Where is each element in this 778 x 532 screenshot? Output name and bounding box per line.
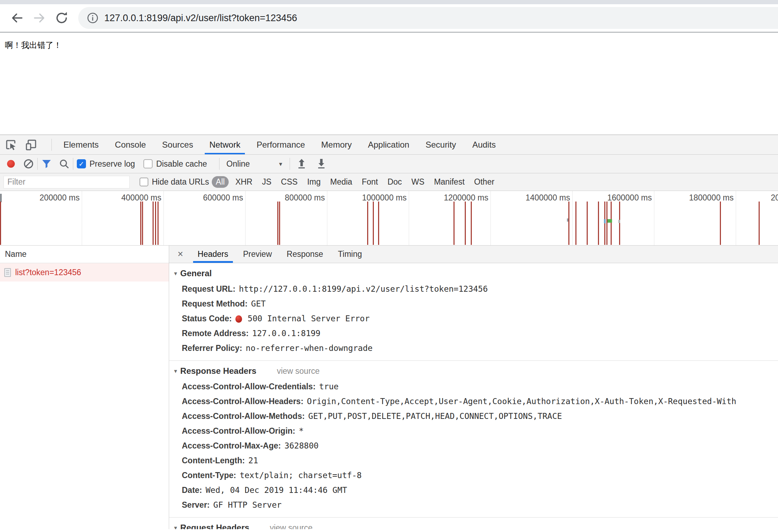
details-tab-timing[interactable]: Timing bbox=[331, 246, 369, 263]
document-icon bbox=[4, 268, 11, 277]
network-filter-bar: Hide data URLs AllXHRJSCSSImgMediaFontDo… bbox=[0, 173, 778, 191]
requests-panel: Name list?token=123456 bbox=[0, 246, 169, 529]
header-row: Access-Control-Max-Age:3628800 bbox=[174, 438, 778, 453]
preserve-log-checkbox[interactable]: ✓ bbox=[77, 159, 86, 168]
header-value: http://127.0.0.1:8199/api.v2/user/list?t… bbox=[239, 284, 488, 293]
close-icon[interactable]: × bbox=[169, 246, 190, 263]
back-arrow-icon bbox=[10, 11, 24, 25]
disable-cache-checkbox[interactable] bbox=[143, 159, 153, 168]
request-activity-bar bbox=[158, 202, 159, 245]
filter-type-js[interactable]: JS bbox=[259, 176, 274, 188]
import-har-icon[interactable] bbox=[296, 158, 307, 170]
record-button[interactable] bbox=[7, 160, 15, 168]
request-activity-bar bbox=[568, 202, 569, 245]
filter-type-media[interactable]: Media bbox=[328, 176, 355, 188]
forward-button[interactable] bbox=[28, 7, 51, 29]
tab-security[interactable]: Security bbox=[418, 135, 464, 154]
filter-type-manifest[interactable]: Manifest bbox=[432, 176, 467, 188]
tab-console[interactable]: Console bbox=[107, 135, 154, 154]
filter-type-font[interactable]: Font bbox=[359, 176, 381, 188]
timeline-gridline bbox=[654, 191, 654, 245]
view-source-link[interactable]: view source bbox=[270, 523, 313, 530]
header-row: Content-Length:21 bbox=[174, 453, 778, 468]
timeline-gridline bbox=[82, 191, 82, 245]
section-header[interactable]: ▾Request Headersview source bbox=[174, 520, 778, 529]
filter-type-all[interactable]: All bbox=[212, 176, 229, 188]
timeline-gridline bbox=[490, 191, 491, 245]
request-activity-bar bbox=[279, 202, 280, 245]
tab-sources[interactable]: Sources bbox=[154, 135, 201, 154]
header-key: Remote Address: bbox=[182, 329, 249, 338]
clear-icon[interactable] bbox=[23, 159, 34, 169]
timeline-gridline bbox=[245, 191, 246, 245]
tab-network[interactable]: Network bbox=[201, 135, 248, 154]
tab-elements[interactable]: Elements bbox=[55, 135, 107, 154]
throttling-dropdown[interactable]: Online ▼ bbox=[227, 159, 283, 169]
timeline-gridline bbox=[736, 191, 736, 245]
filter-type-ws[interactable]: WS bbox=[409, 176, 427, 188]
name-column-header[interactable]: Name bbox=[0, 246, 169, 263]
hide-data-urls-checkbox[interactable] bbox=[140, 178, 148, 186]
device-toolbar-icon[interactable] bbox=[25, 138, 37, 151]
filter-type-doc[interactable]: Doc bbox=[385, 176, 405, 188]
details-tab-response[interactable]: Response bbox=[279, 246, 331, 263]
header-value: true bbox=[319, 382, 339, 391]
devtools-panel: ElementsConsoleSourcesNetworkPerformance… bbox=[0, 135, 778, 529]
network-lower-split: Name list?token=123456 × HeadersPreviewR… bbox=[0, 246, 778, 529]
filter-type-other[interactable]: Other bbox=[472, 176, 497, 188]
address-bar[interactable]: 127.0.0.1:8199/api.v2/user/list?token=12… bbox=[78, 7, 778, 29]
timeline-gridline bbox=[409, 191, 409, 245]
header-row: Request URL:http://127.0.0.1:8199/api.v2… bbox=[174, 282, 778, 296]
network-toolbar: ✓ Preserve log Disable cache Online ▼ bbox=[0, 155, 778, 173]
header-value: GET,PUT,POST,DELETE,PATCH,HEAD,CONNECT,O… bbox=[308, 412, 562, 421]
divider bbox=[290, 158, 290, 170]
request-activity-bar bbox=[759, 202, 760, 245]
section-header[interactable]: ▾Response Headersview source bbox=[174, 363, 778, 379]
request-activity-bar bbox=[606, 202, 607, 245]
tab-performance[interactable]: Performance bbox=[248, 135, 313, 154]
info-icon[interactable] bbox=[87, 12, 99, 24]
page-body-text: 啊！我出错了！ bbox=[5, 40, 778, 51]
timeline-gridline bbox=[572, 191, 573, 245]
network-overview-timeline[interactable]: 200000 ms400000 ms600000 ms800000 ms1000… bbox=[0, 191, 778, 246]
header-value: 3628800 bbox=[284, 441, 319, 450]
reload-button[interactable] bbox=[51, 7, 73, 29]
filter-type-xhr[interactable]: XHR bbox=[233, 176, 255, 188]
search-icon[interactable] bbox=[59, 159, 69, 169]
back-button[interactable] bbox=[6, 7, 28, 29]
timeline-tick-label: 1600000 ms bbox=[600, 193, 652, 203]
request-type-filters: AllXHRJSCSSImgMediaFontDocWSManifestOthe… bbox=[209, 176, 501, 188]
filter-icon[interactable] bbox=[41, 159, 52, 169]
divider bbox=[73, 158, 73, 170]
header-key: Referrer Policy: bbox=[182, 344, 242, 353]
request-activity-bar bbox=[453, 202, 455, 245]
filter-input[interactable] bbox=[4, 176, 130, 188]
hide-data-urls-label: Hide data URLs bbox=[152, 177, 209, 187]
view-source-link[interactable]: view source bbox=[277, 366, 320, 376]
request-row[interactable]: list?token=123456 bbox=[0, 263, 169, 282]
timeline-tick-label: 800000 ms bbox=[273, 193, 325, 203]
tab-memory[interactable]: Memory bbox=[313, 135, 360, 154]
header-value: * bbox=[299, 426, 304, 435]
filter-type-css[interactable]: CSS bbox=[278, 176, 300, 188]
triangle-down-icon: ▾ bbox=[174, 270, 177, 277]
divider bbox=[37, 158, 38, 170]
inspect-element-icon[interactable] bbox=[5, 139, 17, 151]
details-tab-preview[interactable]: Preview bbox=[236, 246, 279, 263]
header-value: Origin,Content-Type,Accept,User-Agent,Co… bbox=[307, 397, 736, 406]
page-content: 啊！我出错了！ bbox=[0, 33, 778, 135]
timeline-tick-label: 1000000 ms bbox=[355, 193, 407, 203]
export-har-icon[interactable] bbox=[316, 158, 327, 170]
headers-section-response-headers: ▾Response Headersview sourceAccess-Contr… bbox=[169, 361, 778, 518]
details-tab-headers[interactable]: Headers bbox=[190, 246, 236, 263]
tab-audits[interactable]: Audits bbox=[464, 135, 504, 154]
header-value: 127.0.0.1:8199 bbox=[252, 329, 321, 338]
timeline-gridline bbox=[327, 191, 327, 245]
header-row: Access-Control-Allow-Headers:Origin,Cont… bbox=[174, 394, 778, 409]
section-header[interactable]: ▾General bbox=[174, 265, 778, 282]
filter-type-img[interactable]: Img bbox=[305, 176, 323, 188]
header-row: Server:GF HTTP Server bbox=[174, 497, 778, 512]
tab-application[interactable]: Application bbox=[360, 135, 417, 154]
timeline-mark bbox=[604, 219, 606, 223]
chevron-down-icon: ▼ bbox=[278, 161, 283, 167]
